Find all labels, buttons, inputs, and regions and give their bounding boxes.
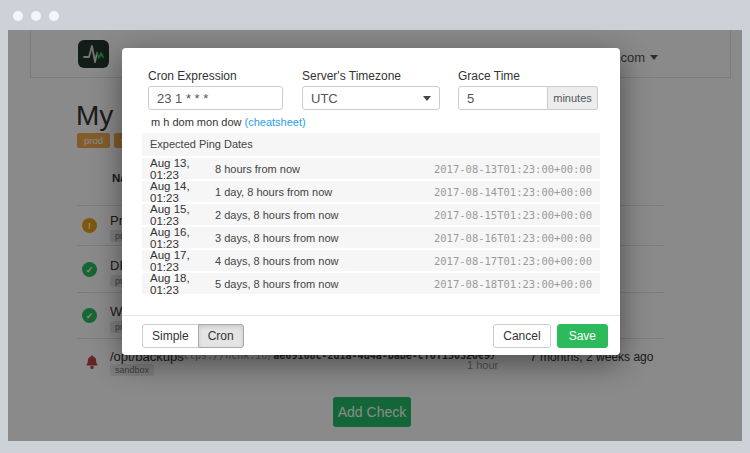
ping-row: Aug 13, 01:23 8 hours from now 2017-08-1… bbox=[142, 158, 600, 181]
cron-editor-modal: Cron Expression m h dom mon dow (cheatsh… bbox=[122, 48, 620, 355]
ping-iso-timestamp: 2017-08-15T01:23:00+00:00 bbox=[434, 209, 600, 221]
ping-relative: 5 days, 8 hours from now bbox=[215, 278, 434, 290]
expected-ping-dates-table: Expected Ping Dates Aug 13, 01:23 8 hour… bbox=[142, 133, 600, 296]
ping-date: Aug 18, 01:23 bbox=[142, 272, 215, 296]
ping-date: Aug 16, 01:23 bbox=[142, 226, 215, 250]
cancel-button[interactable]: Cancel bbox=[493, 324, 550, 348]
ping-relative: 1 day, 8 hours from now bbox=[215, 186, 434, 198]
window-dot-icon[interactable] bbox=[49, 11, 59, 21]
save-button[interactable]: Save bbox=[557, 324, 608, 348]
timezone-value: UTC bbox=[311, 91, 338, 106]
ping-relative: 2 days, 8 hours from now bbox=[215, 209, 434, 221]
ping-table-header: Expected Ping Dates bbox=[142, 133, 600, 158]
cron-help-text: m h dom mon dow (cheatsheet) bbox=[151, 116, 306, 128]
ping-iso-timestamp: 2017-08-17T01:23:00+00:00 bbox=[434, 255, 600, 267]
ping-date: Aug 15, 01:23 bbox=[142, 203, 215, 227]
ping-iso-timestamp: 2017-08-13T01:23:00+00:00 bbox=[434, 163, 600, 175]
modal-footer: Simple Cron Cancel Save bbox=[122, 315, 620, 355]
cheatsheet-link[interactable]: (cheatsheet) bbox=[245, 116, 306, 128]
ping-relative: 4 days, 8 hours from now bbox=[215, 255, 434, 267]
ping-row: Aug 18, 01:23 5 days, 8 hours from now 2… bbox=[142, 273, 600, 296]
grace-time-input[interactable] bbox=[458, 86, 548, 110]
grace-time-label: Grace Time bbox=[458, 69, 520, 83]
ping-iso-timestamp: 2017-08-18T01:23:00+00:00 bbox=[434, 278, 600, 290]
ping-date: Aug 17, 01:23 bbox=[142, 249, 215, 273]
window-control-dots[interactable] bbox=[13, 11, 59, 21]
ping-relative: 8 hours from now bbox=[215, 163, 434, 175]
ping-row: Aug 16, 01:23 3 days, 8 hours from now 2… bbox=[142, 227, 600, 250]
window-dot-icon[interactable] bbox=[13, 11, 23, 21]
ping-iso-timestamp: 2017-08-16T01:23:00+00:00 bbox=[434, 232, 600, 244]
ping-row: Aug 17, 01:23 4 days, 8 hours from now 2… bbox=[142, 250, 600, 273]
ping-row: Aug 15, 01:23 2 days, 8 hours from now 2… bbox=[142, 204, 600, 227]
footer-actions: Cancel Save bbox=[493, 324, 608, 348]
ping-date: Aug 14, 01:23 bbox=[142, 180, 215, 204]
simple-mode-button[interactable]: Simple bbox=[142, 324, 199, 348]
cron-help-fields: m h dom mon dow bbox=[151, 116, 241, 128]
grace-unit-addon: minutes bbox=[548, 86, 598, 110]
chevron-down-icon bbox=[423, 96, 431, 101]
cron-expression-input[interactable] bbox=[148, 86, 283, 110]
ping-iso-timestamp: 2017-08-14T01:23:00+00:00 bbox=[434, 186, 600, 198]
timezone-select[interactable]: UTC bbox=[302, 86, 440, 110]
cron-expression-label: Cron Expression bbox=[148, 69, 237, 83]
browser-frame: me@gmail.com My Checks prod worker Name … bbox=[0, 0, 750, 453]
schedule-mode-toggle: Simple Cron bbox=[142, 324, 244, 348]
cron-mode-button[interactable]: Cron bbox=[198, 324, 244, 348]
ping-date: Aug 13, 01:23 bbox=[142, 157, 215, 181]
timezone-label: Server's Timezone bbox=[302, 69, 401, 83]
window-dot-icon[interactable] bbox=[31, 11, 41, 21]
ping-relative: 3 days, 8 hours from now bbox=[215, 232, 434, 244]
ping-row: Aug 14, 01:23 1 day, 8 hours from now 20… bbox=[142, 181, 600, 204]
